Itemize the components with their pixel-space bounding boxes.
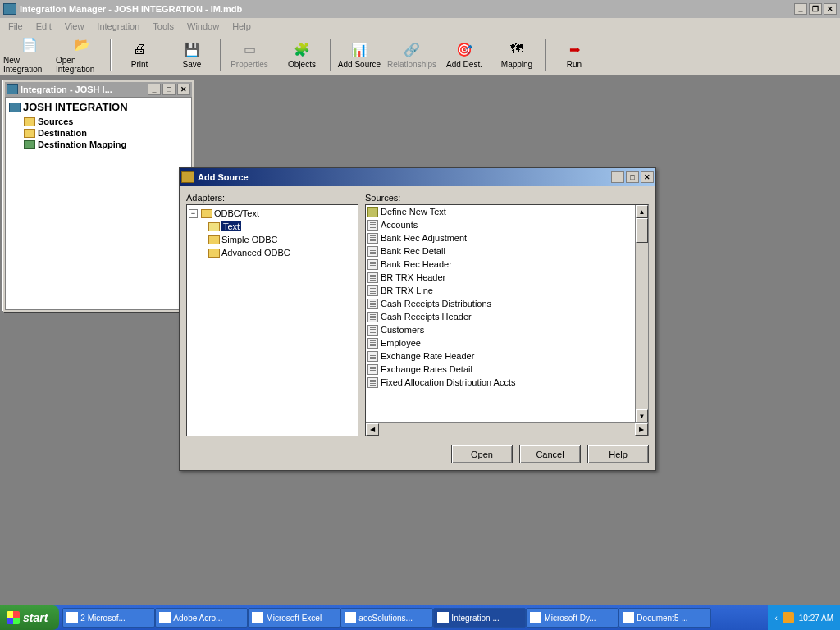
- document-icon: [368, 246, 378, 257]
- adapters-label: Adapters:: [186, 193, 358, 203]
- source-item[interactable]: Employee: [366, 336, 635, 349]
- menu-window[interactable]: Window: [182, 20, 224, 33]
- scroll-track[interactable]: [379, 423, 635, 436]
- scroll-right-button[interactable]: ▶: [635, 423, 648, 436]
- new-integration-button[interactable]: 📄New Integration: [3, 36, 56, 74]
- objects-button[interactable]: 🧩Objects: [276, 36, 328, 74]
- child-maximize-button[interactable]: □: [162, 84, 176, 95]
- print-icon: 🖨: [130, 40, 149, 58]
- menu-edit[interactable]: Edit: [31, 20, 57, 33]
- scroll-down-button[interactable]: ▼: [636, 409, 648, 422]
- close-button[interactable]: ✕: [824, 3, 837, 15]
- integration-tree: JOSH INTEGRATION Sources Destination Des…: [5, 97, 192, 310]
- adapter-text[interactable]: Text: [208, 220, 356, 233]
- horizontal-scrollbar[interactable]: ◀ ▶: [366, 422, 648, 436]
- adapter-root[interactable]: − ODBC/Text: [189, 207, 356, 220]
- taskbar-item[interactable]: Document5 ...: [619, 608, 711, 628]
- window-title: Integration Manager - JOSH INTEGRATION -…: [20, 4, 794, 14]
- source-item[interactable]: Bank Rec Detail: [366, 244, 635, 258]
- vertical-scrollbar[interactable]: ▲ ▼: [635, 205, 648, 422]
- add-source-button[interactable]: 📊Add Source: [333, 36, 386, 74]
- menu-file[interactable]: File: [3, 20, 28, 33]
- source-item[interactable]: BR TRX Line: [366, 284, 635, 297]
- separator: [330, 39, 331, 71]
- dialog-titlebar[interactable]: Add Source _ □ ✕: [180, 168, 655, 186]
- folder-open-icon: [208, 222, 220, 231]
- source-item[interactable]: Define New Text: [366, 205, 635, 218]
- app-icon: [345, 612, 356, 623]
- save-button[interactable]: 💾Save: [166, 36, 218, 74]
- add-dest-button[interactable]: 🎯Add Dest.: [438, 36, 491, 74]
- help-button[interactable]: Help: [587, 445, 649, 463]
- child-close-button[interactable]: ✕: [177, 84, 190, 95]
- tree-item-destination[interactable]: Destination: [24, 128, 188, 138]
- source-item[interactable]: Customers: [366, 323, 635, 336]
- folder-icon: [208, 249, 220, 258]
- taskbar-item[interactable]: Integration ...: [433, 608, 526, 628]
- dialog-minimize-button[interactable]: _: [611, 171, 624, 183]
- source-item-label: Bank Rec Header: [381, 259, 452, 269]
- taskbar-item[interactable]: Microsoft Excel: [248, 608, 340, 628]
- system-tray[interactable]: ‹ 10:27 AM: [768, 605, 840, 630]
- menu-view[interactable]: View: [60, 20, 89, 33]
- adapters-panel: Adapters: − ODBC/Text Text: [186, 193, 358, 436]
- document-icon: [368, 272, 378, 283]
- source-item-label: BR TRX Line: [381, 285, 433, 295]
- folder-icon: [24, 117, 35, 126]
- source-item-label: BR TRX Header: [381, 272, 445, 282]
- run-button[interactable]: ➡Run: [548, 36, 600, 74]
- maximize-button[interactable]: ❐: [809, 3, 822, 15]
- source-item[interactable]: Bank Rec Adjustment: [366, 231, 635, 244]
- source-item[interactable]: Cash Receipts Distributions: [366, 297, 635, 310]
- taskbar-item[interactable]: aocSolutions...: [340, 608, 433, 628]
- open-integration-button[interactable]: 📂Open Integration: [56, 36, 108, 74]
- dialog-close-button[interactable]: ✕: [641, 171, 654, 183]
- taskbar-item[interactable]: Microsoft Dy...: [526, 608, 619, 628]
- taskbar-item[interactable]: 2 Microsof...: [62, 608, 155, 628]
- open-button[interactable]: Open: [451, 445, 513, 463]
- tray-icon[interactable]: [783, 612, 794, 623]
- tray-expand-icon[interactable]: ‹: [774, 614, 777, 623]
- child-minimize-button[interactable]: _: [148, 84, 161, 95]
- source-item[interactable]: Bank Rec Header: [366, 258, 635, 271]
- add-source-dialog: Add Source _ □ ✕ Adapters: − ODBC/Text: [179, 167, 656, 471]
- scroll-thumb[interactable]: [636, 218, 648, 243]
- scroll-up-button[interactable]: ▲: [636, 205, 648, 218]
- start-button[interactable]: start: [0, 605, 59, 630]
- dialog-icon: [181, 171, 194, 183]
- cancel-button[interactable]: Cancel: [519, 445, 581, 463]
- document-icon: [368, 299, 378, 309]
- mapping-button[interactable]: 🗺Mapping: [491, 36, 543, 74]
- scroll-left-button[interactable]: ◀: [366, 423, 379, 436]
- mapping-icon: [24, 140, 35, 149]
- relationships-button[interactable]: 🔗Relationships: [386, 36, 438, 74]
- print-button[interactable]: 🖨Print: [113, 36, 166, 74]
- source-item[interactable]: Exchange Rates Detail: [366, 363, 635, 376]
- adapter-simple-odbc[interactable]: Simple ODBC: [208, 233, 356, 246]
- menu-help[interactable]: Help: [227, 20, 256, 33]
- properties-button[interactable]: ▭Properties: [223, 36, 276, 74]
- tree-item-destination-mapping[interactable]: Destination Mapping: [24, 139, 188, 149]
- source-item[interactable]: Exchange Rate Header: [366, 349, 635, 363]
- sources-list[interactable]: Define New TextAccountsBank Rec Adjustme…: [366, 205, 635, 422]
- sources-panel: Sources: Define New TextAccountsBank Rec…: [365, 193, 649, 436]
- dialog-maximize-button[interactable]: □: [626, 171, 639, 183]
- source-item[interactable]: Accounts: [366, 218, 635, 231]
- minimize-button[interactable]: _: [794, 3, 807, 15]
- tree-item-sources[interactable]: Sources: [24, 116, 188, 126]
- child-titlebar[interactable]: Integration - JOSH I... _ □ ✕: [5, 82, 192, 97]
- tree-root[interactable]: JOSH INTEGRATION: [9, 101, 188, 113]
- scroll-track[interactable]: [636, 243, 648, 409]
- adapters-tree: − ODBC/Text Text Simple ODBC: [186, 204, 358, 436]
- menu-tools[interactable]: Tools: [148, 20, 179, 33]
- taskbar-item[interactable]: Adobe Acro...: [155, 608, 248, 628]
- collapse-icon[interactable]: −: [189, 209, 198, 218]
- dialog-panels: Adapters: − ODBC/Text Text: [186, 193, 649, 436]
- source-item[interactable]: Fixed Allocation Distribution Accts: [366, 376, 635, 389]
- adapter-advanced-odbc[interactable]: Advanced ODBC: [208, 246, 356, 259]
- menu-integration[interactable]: Integration: [92, 20, 144, 33]
- source-item[interactable]: Cash Receipts Header: [366, 310, 635, 323]
- source-item[interactable]: BR TRX Header: [366, 271, 635, 284]
- source-item-label: Employee: [381, 338, 421, 348]
- document-icon: [368, 377, 378, 388]
